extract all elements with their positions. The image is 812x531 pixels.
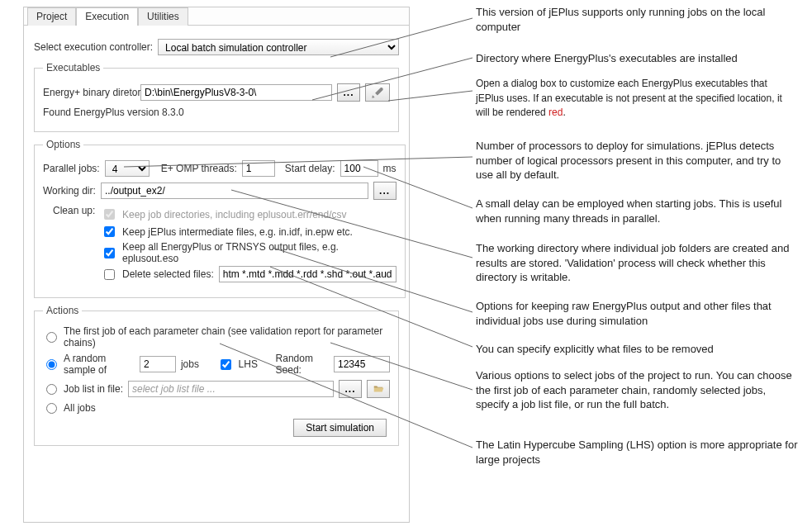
tab-project[interactable]: Project [27, 7, 76, 26]
controller-select[interactable]: Local batch simulation controller [158, 39, 399, 55]
cleanup-keep-dirs-label: Keep job directories, including eplusout… [122, 209, 347, 220]
job-list-label: Job list in file: [64, 383, 123, 395]
open-joblist-button[interactable] [367, 380, 390, 398]
annotation: Various options to select jobs of the pr… [476, 368, 798, 412]
random-sample-label-b: jobs [181, 358, 199, 370]
folder-open-icon [373, 383, 384, 395]
radio-all-jobs[interactable] [46, 403, 57, 414]
parallel-select[interactable]: 4 [105, 160, 150, 177]
browse-binary-button[interactable]: ... [337, 83, 360, 102]
binary-dir-input[interactable] [140, 84, 332, 101]
start-simulation-button[interactable]: Start simulation [293, 419, 387, 437]
seed-input[interactable] [334, 356, 390, 372]
found-version-label: Found EnergyPlus version 8.3.0 [43, 107, 184, 118]
random-sample-label-a: A random sample of [64, 353, 135, 376]
options-legend: Options [43, 139, 83, 150]
omp-label: E+ OMP threads: [161, 163, 237, 174]
radio-first-job-label: The first job of each parameter chain (s… [64, 325, 390, 348]
lhs-checkbox[interactable] [221, 359, 231, 370]
tab-utilities[interactable]: Utilities [138, 7, 188, 26]
annotation: The Latin Hypercube Sampling (LHS) optio… [476, 438, 798, 467]
ellipsis-icon: ... [344, 383, 355, 395]
annotation: Directory where EnergyPlus's executables… [476, 51, 798, 66]
seed-label: Random Seed: [276, 353, 329, 376]
job-list-input[interactable] [128, 381, 334, 397]
tab-execution[interactable]: Execution [76, 7, 138, 26]
tab-bar: Project Execution Utilities [27, 7, 409, 25]
cleanup-label: Clean up: [53, 205, 96, 216]
radio-random-sample[interactable] [46, 359, 57, 370]
app-panel: Project Execution Utilities Select execu… [23, 7, 410, 523]
sample-count-input[interactable] [140, 356, 176, 372]
browse-joblist-button[interactable]: ... [339, 380, 362, 398]
delay-label: Start delay: [285, 163, 335, 174]
annotation: Number of processors to deploy for simul… [476, 139, 798, 183]
delay-unit: ms [383, 163, 397, 174]
configure-executables-button[interactable] [365, 83, 390, 102]
omp-input[interactable] [242, 160, 275, 177]
cleanup-keep-eplus-label: Keep all EnergyPlus or TRNSYS output fil… [122, 241, 397, 264]
cleanup-delete-checkbox[interactable] [104, 269, 115, 280]
cleanup-keep-dirs-checkbox [104, 209, 115, 220]
cleanup-keep-jeplus-checkbox[interactable] [104, 226, 115, 237]
radio-first-job[interactable] [46, 332, 57, 343]
executables-group: Executables Energy+ binary diretory ... … [34, 62, 399, 132]
cleanup-delete-label: Delete selected files: [122, 268, 214, 280]
executables-legend: Executables [43, 62, 103, 73]
annotation: A small delay can be employed when start… [476, 197, 798, 225]
annotation: Open a dialog box to customize each Ener… [476, 76, 798, 120]
actions-legend: Actions [43, 305, 82, 316]
annotation: Options for keeping raw EnergyPlus outpu… [476, 299, 798, 328]
tab-body: Select execution controller: Local batch… [24, 25, 409, 521]
cleanup-keep-jeplus-label: Keep jEPlus intermediate files, e.g. in.… [122, 226, 353, 238]
annotation: You can specify explicitly what files to… [476, 342, 798, 357]
controller-label: Select execution controller: [34, 41, 153, 53]
parallel-label: Parallel jobs: [43, 163, 100, 174]
options-group: Options Parallel jobs: 4 E+ OMP threads:… [34, 139, 406, 298]
workdir-input[interactable] [101, 183, 368, 199]
delete-files-input[interactable] [219, 266, 397, 282]
annotation: This version of jEPlus supports only run… [476, 5, 798, 34]
wrench-icon [371, 86, 384, 99]
lhs-label: LHS [239, 358, 258, 370]
all-jobs-label: All jobs [64, 402, 96, 414]
actions-group: Actions The first job of each parameter … [34, 305, 399, 446]
browse-workdir-button[interactable]: ... [373, 182, 397, 200]
radio-job-list[interactable] [46, 384, 57, 395]
annotation: The working directory where individual j… [476, 241, 798, 285]
cleanup-keep-eplus-checkbox[interactable] [104, 248, 115, 258]
ellipsis-icon: ... [379, 185, 390, 197]
workdir-label: Working dir: [43, 185, 96, 197]
ellipsis-icon: ... [343, 87, 354, 98]
binary-dir-label: Energy+ binary diretory [43, 87, 135, 98]
delay-input[interactable] [340, 160, 378, 177]
